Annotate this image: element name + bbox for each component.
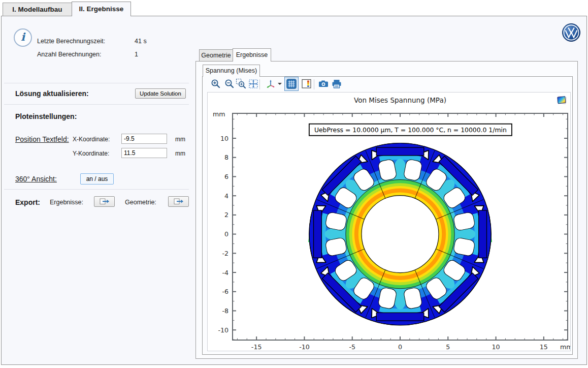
last-computation-label: Letzte Berechnungszeit: <box>37 38 105 45</box>
svg-text:-6: -6 <box>222 288 228 295</box>
export-results-label: Ergebnisse: <box>50 199 83 206</box>
toolbar-separator <box>259 79 260 89</box>
tab-geometrie[interactable]: Geometrie <box>199 49 233 62</box>
svg-text:UebPress = 10.0000 μm, T = 100: UebPress = 10.0000 μm, T = 100.000 °C, n… <box>314 126 507 134</box>
svg-text:4: 4 <box>224 192 228 200</box>
svg-text:-5: -5 <box>349 343 355 351</box>
view-360-toggle-button[interactable]: an / aus <box>80 173 114 185</box>
svg-text:2: 2 <box>224 211 228 219</box>
divider <box>4 104 189 105</box>
vw-logo <box>562 23 581 44</box>
grid-toggle-button[interactable] <box>284 77 299 91</box>
export-heading: Export: <box>15 198 40 206</box>
last-computation-value: 41 s <box>135 38 147 45</box>
svg-text:10: 10 <box>492 343 500 351</box>
tab-modellaufbau[interactable]: I. Modellaufbau <box>3 3 72 16</box>
svg-text:-15: -15 <box>251 343 262 351</box>
plot-canvas[interactable]: Von Mises Spannung (MPa)-15-10-5051015-1… <box>207 92 571 351</box>
svg-text:6: 6 <box>224 173 228 180</box>
svg-text:8: 8 <box>224 154 228 161</box>
x-coordinate-label: X-Koordinate: <box>73 136 110 143</box>
svg-text:-10: -10 <box>299 343 310 351</box>
update-solution-button[interactable]: Update Solution <box>135 88 186 99</box>
svg-text:15: 15 <box>540 343 548 351</box>
zoom-box-icon[interactable] <box>236 78 247 89</box>
export-geometry-button[interactable] <box>168 196 189 207</box>
export-icon <box>100 198 110 205</box>
export-geometry-label: Geometrie: <box>125 199 156 206</box>
y-coordinate-label: Y-Koordinate: <box>73 150 109 157</box>
y-unit-label: mm <box>175 150 185 157</box>
computation-count-label: Anzahl Berechnungen: <box>37 51 101 58</box>
export-results-button[interactable] <box>94 196 115 207</box>
svg-text:0: 0 <box>224 230 228 238</box>
print-icon[interactable] <box>331 78 342 89</box>
svg-text:Von Mises Spannung (MPa): Von Mises Spannung (MPa) <box>354 96 446 104</box>
svg-text:10: 10 <box>220 135 228 142</box>
tab-spannung-mises[interactable]: Spannung (Mises) <box>203 65 260 77</box>
computation-count-value: 1 <box>135 51 138 58</box>
chevron-down-icon[interactable] <box>278 83 282 85</box>
svg-text:-10: -10 <box>218 326 228 334</box>
grid-icon <box>286 79 297 89</box>
plot-settings-heading: Ploteinstellungen: <box>15 112 77 120</box>
view-orientation-icon[interactable] <box>265 78 276 89</box>
x-coordinate-input[interactable] <box>121 134 167 144</box>
info-icon: i <box>14 28 32 47</box>
tab-ergebnisse[interactable]: II. Ergebnisse <box>72 2 131 16</box>
svg-text:0: 0 <box>398 343 402 351</box>
camera-icon[interactable] <box>318 78 329 89</box>
tab-ergebnisse-inner[interactable]: Ergebnisse <box>233 48 271 62</box>
von-mises-plot: Von Mises Spannung (MPa)-15-10-5051015-1… <box>208 93 570 351</box>
position-textfield-label: Position Textfeld: <box>15 135 69 143</box>
x-unit-label: mm <box>175 136 185 143</box>
zoom-in-icon[interactable] <box>210 78 221 89</box>
zoom-extents-icon[interactable] <box>248 78 259 89</box>
y-coordinate-input[interactable] <box>121 148 167 158</box>
divider <box>4 83 189 83</box>
view-360-label: 360° Ansicht: <box>15 175 57 183</box>
svg-text:-2: -2 <box>222 250 228 257</box>
toolbar-separator <box>314 79 314 89</box>
svg-text:5: 5 <box>446 343 450 351</box>
export-icon <box>174 198 184 205</box>
svg-text:mm: mm <box>560 343 570 351</box>
divider <box>4 189 189 190</box>
update-solution-label: Lösung aktualisieren: <box>15 89 89 98</box>
zoom-out-icon[interactable] <box>224 78 235 89</box>
svg-text:-8: -8 <box>222 307 228 315</box>
svg-text:mm: mm <box>213 110 225 118</box>
surface-plot-icon[interactable] <box>555 94 568 109</box>
svg-text:-4: -4 <box>222 269 228 277</box>
color-legend-icon[interactable] <box>301 78 312 89</box>
